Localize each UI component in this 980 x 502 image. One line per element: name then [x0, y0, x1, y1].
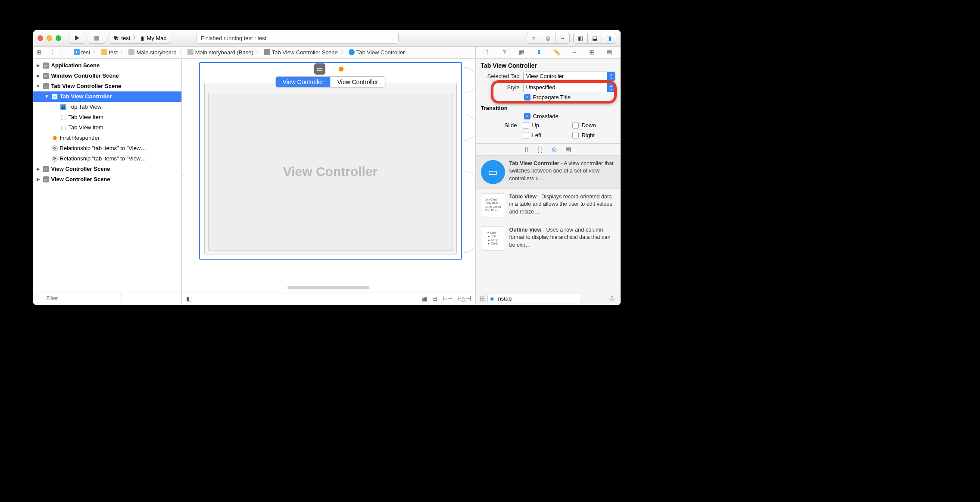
outline-row[interactable]: ▼▭Tab View Controller Scene [33, 81, 181, 91]
outline-filter-input[interactable] [37, 294, 121, 303]
outline-item-label: Top Tab View [69, 104, 102, 110]
storyboard-canvas[interactable]: ▭ ⬣ View Controller View Controller View… [182, 59, 475, 292]
outline-row[interactable]: ▶▭View Controller Scene [33, 174, 181, 185]
document-outline: ▶▭Application Scene▶▭Window Controller S… [33, 59, 182, 305]
slide-up-checkbox[interactable] [523, 122, 529, 129]
library-item[interactable]: ▭Tab View Controller - A view controller… [476, 156, 621, 189]
main-area: ▶▭Application Scene▶▭Window Controller S… [33, 59, 621, 305]
scheme-selector[interactable]: 🛠 test 〉 ▮ My Mac [109, 33, 171, 44]
scene-icon [264, 49, 270, 55]
standard-editor-button[interactable]: ≡ [527, 33, 541, 44]
outline-item-label: Tab View Item [69, 114, 103, 120]
run-button[interactable] [69, 33, 85, 44]
viewcontroller-icon[interactable]: ▭ [314, 63, 325, 75]
toggle-navigator-button[interactable]: ◧ [573, 33, 588, 44]
pin-button[interactable]: ⊦△⊣ [458, 295, 471, 302]
toggle-debug-area-button[interactable]: ⬓ [587, 33, 602, 44]
stop-button[interactable] [89, 33, 105, 44]
disclosure-triangle-icon[interactable]: ▶ [36, 177, 41, 182]
first-responder-icon[interactable]: ⬣ [336, 63, 347, 75]
library-item-icon: Jon ClearKelly BlueChris GreenRon Pink [481, 193, 505, 217]
library-item-text: Outline View - Uses a row-and-column for… [509, 226, 615, 251]
canvas-tab-2[interactable]: View Controller [331, 77, 385, 87]
tab-view-controller-scene[interactable]: ▭ ⬣ View Controller View Controller View… [199, 62, 462, 260]
slide-down-checkbox[interactable] [572, 122, 579, 129]
outline-row[interactable]: ▶▭View Controller Scene [33, 164, 181, 174]
scheme-name: test [122, 35, 131, 41]
file-inspector-tab[interactable]: ▯ [481, 47, 493, 57]
propagate-title-checkbox[interactable]: ✓ [524, 94, 531, 100]
outline-item-label: Window Controller Scene [51, 72, 119, 79]
align-button[interactable]: ⊦◦⊣ [443, 295, 453, 302]
related-items-button[interactable]: ⊞ [33, 47, 45, 58]
disclosure-triangle-icon[interactable]: ▶ [36, 166, 41, 171]
scene-connector [464, 171, 475, 253]
disclosure-triangle-icon[interactable]: ▶ [36, 63, 41, 68]
outline-item-label: Relationship "tab items" to "View… [60, 155, 147, 162]
stop-icon [94, 36, 99, 41]
library-search-input[interactable] [487, 294, 581, 303]
quick-help-tab[interactable]: ? [499, 47, 510, 57]
outline-row[interactable]: ▼▭Tab View Controller [33, 91, 181, 102]
breadcrumb[interactable]: ✦test〉 test〉 Main.storyboard〉 Main.story… [69, 47, 475, 58]
tab-view-tabs: View Controller View Controller [275, 76, 385, 88]
transition-section-title: Transition [481, 105, 615, 111]
identity-inspector-tab[interactable]: ▦ [516, 47, 527, 57]
minimize-window-button[interactable] [47, 35, 52, 41]
outline-row[interactable]: ⟳Relationship "tab items" to "View… [33, 143, 181, 154]
toggle-inspector-button[interactable]: ◨ [602, 33, 616, 44]
clear-search-button[interactable]: ⓧ [609, 295, 615, 303]
horizontal-scrollbar[interactable] [287, 286, 369, 289]
outline-row[interactable]: ⬚Tab View Item [33, 122, 181, 133]
nav-back-button[interactable]: 〈 [45, 47, 57, 58]
outline-row[interactable]: ⬣First Responder [33, 133, 181, 143]
style-popup[interactable]: Unspecified▴▾ [523, 83, 615, 92]
grid-view-button[interactable]: ⊞ [479, 295, 485, 303]
assistant-editor-button[interactable]: ◎ [541, 33, 556, 44]
search-scope-icon[interactable]: ◉ [490, 295, 494, 301]
outline-row[interactable]: ▥Top Tab View [33, 102, 181, 112]
stepper-icon: ▴▾ [607, 72, 615, 81]
effects-inspector-tab[interactable]: ▤ [603, 47, 615, 57]
attributes-inspector-tab[interactable]: ⬇ [534, 47, 545, 57]
crumb-label: Main.storyboard [136, 49, 176, 56]
outline-item-icon: ⬚ [60, 124, 67, 131]
crossfade-checkbox[interactable]: ✓ [524, 113, 531, 119]
close-window-button[interactable] [37, 35, 43, 41]
code-snippet-library-tab[interactable]: { } [537, 146, 543, 153]
popup-value: Unspecified [526, 84, 556, 91]
outline-item-icon: ▥ [60, 104, 67, 110]
outline-row[interactable]: ⬚Tab View Item [33, 112, 181, 122]
connections-inspector-tab[interactable]: → [568, 47, 580, 57]
zoom-window-button[interactable] [56, 35, 61, 41]
stepper-icon: ▴▾ [607, 83, 615, 92]
outline-row[interactable]: ▶▭Window Controller Scene [33, 71, 181, 81]
object-library-tab[interactable]: ◎ [552, 146, 557, 153]
outline-row[interactable]: ▶▭Application Scene [33, 60, 181, 71]
slide-right-checkbox[interactable] [572, 132, 579, 138]
disclosure-triangle-icon[interactable]: ▼ [44, 94, 50, 99]
outline-row[interactable]: ⟳Relationship "tab items" to "View… [33, 154, 181, 164]
outline-collapse-handle[interactable]: ▶ [182, 169, 183, 181]
media-library-tab[interactable]: ▤ [565, 146, 571, 153]
traffic-lights [37, 35, 61, 41]
version-editor-button[interactable]: ↔ [555, 33, 570, 44]
file-template-library-tab[interactable]: ▯ [525, 146, 528, 153]
embed-in-button[interactable]: ⊟ [432, 295, 437, 302]
disclosure-triangle-icon[interactable]: ▶ [36, 73, 41, 78]
bindings-inspector-tab[interactable]: ⊞ [586, 47, 597, 57]
library-item[interactable]: ▾ Matt ▸ Jon ▸ Kelly ▸ ChrisOutline View… [476, 222, 621, 255]
selected-tab-popup[interactable]: View Controller▴▾ [523, 72, 615, 81]
disclosure-triangle-icon[interactable]: ▼ [36, 84, 41, 88]
library-item-list[interactable]: ▭Tab View Controller - A view controller… [476, 156, 621, 292]
size-inspector-tab[interactable]: 📏 [551, 47, 562, 57]
slide-label: Slide [505, 122, 520, 129]
library-item[interactable]: Jon ClearKelly BlueChris GreenRon PinkTa… [476, 189, 621, 222]
canvas-area: ▭ ⬣ View Controller View Controller View… [182, 59, 475, 305]
update-frames-button[interactable]: ▦ [421, 295, 427, 302]
slide-left-checkbox[interactable] [523, 132, 529, 138]
canvas-tab-1[interactable]: View Controller [276, 77, 331, 87]
outline-tree[interactable]: ▶▭Application Scene▶▭Window Controller S… [33, 59, 181, 292]
toggle-outline-button[interactable]: ◧ [186, 295, 192, 302]
nav-forward-button[interactable]: 〉 [57, 47, 69, 58]
